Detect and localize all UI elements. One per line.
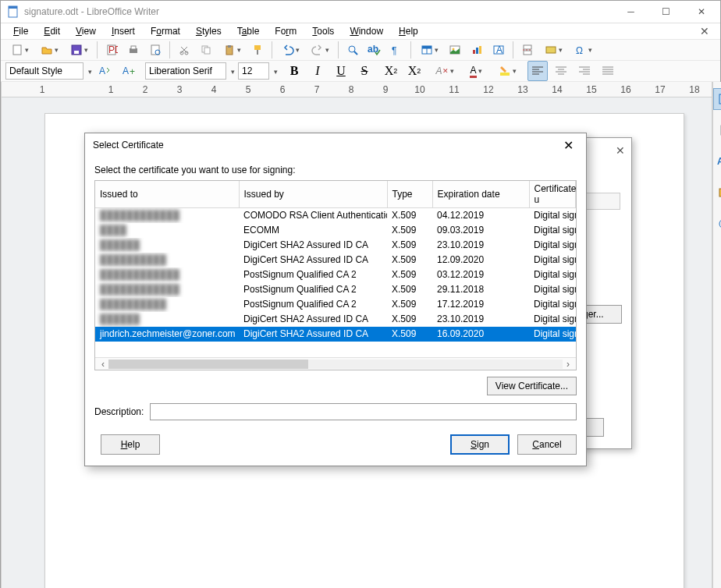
horizontal-ruler[interactable]: 1123456789101112131415161718: [2, 82, 712, 97]
svg-rect-42: [500, 73, 510, 76]
clear-formatting-button[interactable]: A✕: [431, 61, 459, 81]
certificate-row[interactable]: ████ECOMMX.50909.03.2019Digital signa: [95, 223, 576, 238]
underline-button[interactable]: U: [331, 61, 351, 81]
certificate-row[interactable]: jindrich.zechmeister@zoner.comDigiCert S…: [95, 327, 576, 342]
font-dropdown-icon[interactable]: [229, 66, 235, 76]
cut-button[interactable]: [174, 40, 194, 60]
svg-line-20: [354, 51, 357, 55]
page-break-button[interactable]: [517, 40, 538, 60]
col-issued-to[interactable]: Issued to: [95, 181, 239, 208]
menu-window[interactable]: Window: [342, 24, 391, 38]
new-doc-button[interactable]: [5, 40, 34, 60]
close-window-button[interactable]: ✕: [684, 1, 719, 23]
highlight-button[interactable]: [493, 61, 521, 81]
svg-rect-17: [254, 45, 261, 50]
redo-button[interactable]: [306, 40, 334, 60]
dialog-close-icon[interactable]: ✕: [559, 138, 578, 153]
certificate-row[interactable]: ████████████PostSignum Qualified CA 2X.5…: [95, 267, 576, 282]
col-issued-by[interactable]: Issued by: [239, 181, 387, 208]
align-left-button[interactable]: [527, 61, 548, 81]
list-horizontal-scrollbar[interactable]: ‹ ›: [95, 357, 576, 370]
insert-chart-button[interactable]: [467, 40, 487, 60]
italic-button[interactable]: I: [307, 61, 328, 81]
certificate-row[interactable]: ██████████DigiCert SHA2 Assured ID CAX.5…: [95, 253, 576, 267]
col-expiration[interactable]: Expiration date: [432, 181, 529, 208]
description-input[interactable]: [150, 403, 577, 420]
svg-rect-30: [476, 48, 478, 54]
col-type[interactable]: Type: [387, 181, 432, 208]
sidebar-page-button[interactable]: [713, 119, 721, 141]
undo-button[interactable]: [276, 40, 304, 60]
svg-rect-31: [479, 46, 481, 54]
menu-insert[interactable]: Insert: [104, 24, 143, 38]
bg-dialog-close-icon[interactable]: ✕: [616, 144, 625, 157]
size-dropdown-icon[interactable]: [272, 66, 278, 76]
copy-button[interactable]: [196, 40, 216, 60]
sidebar-gallery-button[interactable]: [713, 182, 721, 204]
certificate-row[interactable]: ██████DigiCert SHA2 Assured ID CAX.50923…: [95, 238, 576, 253]
menu-form[interactable]: Form: [267, 24, 304, 38]
sign-button[interactable]: Sign: [450, 434, 510, 455]
menu-styles[interactable]: Styles: [188, 24, 229, 38]
bold-button[interactable]: B: [284, 61, 304, 81]
help-button[interactable]: Help: [101, 434, 160, 455]
font-size-select[interactable]: [238, 62, 269, 80]
svg-rect-35: [524, 51, 531, 55]
export-pdf-button[interactable]: PDF: [101, 40, 122, 60]
menu-view[interactable]: View: [68, 24, 104, 38]
strikethrough-button[interactable]: S: [354, 61, 375, 81]
align-center-button[interactable]: [551, 61, 571, 81]
superscript-button[interactable]: X2: [381, 61, 401, 81]
align-justify-button[interactable]: [598, 61, 618, 81]
insert-field-button[interactable]: [539, 40, 567, 60]
paragraph-style-select[interactable]: [5, 62, 83, 80]
print-button[interactable]: [123, 40, 144, 60]
col-usage[interactable]: Certificate u: [529, 181, 576, 208]
sidebar-properties-button[interactable]: [713, 88, 721, 110]
scroll-left-icon[interactable]: ‹: [98, 359, 108, 370]
window-title: signature.odt - LibreOffice Writer: [24, 6, 613, 17]
menu-format[interactable]: Format: [143, 24, 188, 38]
cancel-button[interactable]: Cancel: [517, 434, 577, 455]
menu-file[interactable]: File: [5, 24, 36, 38]
find-replace-button[interactable]: [343, 40, 363, 60]
font-color-button[interactable]: A: [462, 61, 490, 81]
insert-textbox-button[interactable]: A: [488, 40, 509, 60]
certificate-row[interactable]: ████████████PostSignum Qualified CA 2X.5…: [95, 282, 576, 297]
certificate-row[interactable]: ██████DigiCert SHA2 Assured ID CAX.50923…: [95, 312, 576, 327]
paste-button[interactable]: [218, 40, 246, 60]
close-document-button[interactable]: ✕: [694, 23, 716, 39]
menu-table[interactable]: Table: [229, 24, 268, 38]
font-name-select[interactable]: [145, 62, 226, 80]
menu-tools[interactable]: Tools: [304, 24, 342, 38]
standard-toolbar: PDF ab ¶ A Ω: [1, 39, 720, 61]
clone-formatting-button[interactable]: [247, 40, 268, 60]
save-button[interactable]: [65, 40, 93, 60]
minimize-button[interactable]: ─: [613, 1, 648, 23]
insert-image-button[interactable]: [445, 40, 465, 60]
dialog-instruction: Select the certificate you want to use f…: [94, 161, 577, 180]
update-style-button[interactable]: A: [95, 61, 115, 81]
certificate-row[interactable]: ████████████COMODO RSA Client Authentica…: [95, 208, 576, 223]
style-dropdown-icon[interactable]: [87, 66, 92, 76]
insert-table-button[interactable]: [415, 40, 443, 60]
menu-edit[interactable]: Edit: [36, 24, 68, 38]
sidebar-styles-button[interactable]: AA: [713, 151, 721, 172]
menu-help[interactable]: Help: [391, 24, 426, 38]
certificate-list[interactable]: Issued to Issued by Type Expiration date…: [94, 180, 577, 370]
open-button[interactable]: [35, 40, 63, 60]
description-label: Description:: [94, 406, 144, 417]
align-right-button[interactable]: [574, 61, 595, 81]
formatting-marks-button[interactable]: ¶: [386, 40, 407, 60]
spellcheck-button[interactable]: ab: [364, 40, 385, 60]
sidebar-navigator-button[interactable]: [713, 213, 721, 235]
special-char-button[interactable]: Ω: [569, 40, 597, 60]
print-preview-button[interactable]: [145, 40, 165, 60]
view-certificate-button[interactable]: View Certificate...: [487, 377, 577, 395]
subscript-button[interactable]: X2: [404, 61, 424, 81]
scroll-right-icon[interactable]: ›: [563, 359, 574, 370]
new-style-button[interactable]: A+: [119, 61, 139, 81]
certificate-row[interactable]: ██████████PostSignum Qualified CA 2X.509…: [95, 297, 576, 312]
maximize-button[interactable]: ☐: [648, 1, 684, 23]
svg-rect-1: [9, 6, 17, 9]
